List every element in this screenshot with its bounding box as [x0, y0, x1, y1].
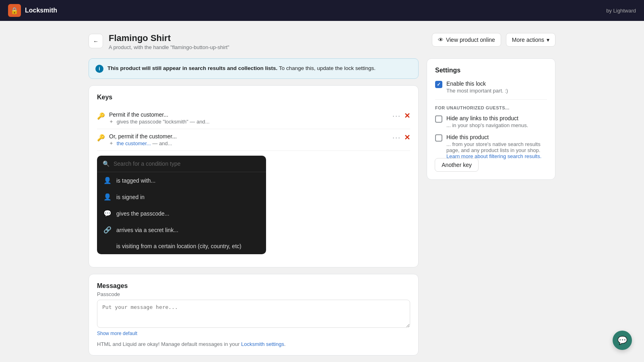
dropdown-item[interactable]: 💬 gives the passcode... [97, 205, 266, 222]
key-sub-text: ✦ the customer... — and... [109, 140, 177, 146]
more-actions-button[interactable]: More actions ▾ [506, 33, 555, 47]
info-banner-text: This product will still appear in search… [107, 64, 376, 73]
key-row: 🔑 Permit if the customer... ✦ gives the … [97, 107, 410, 129]
page-header: ← Flamingo Shirt A product, with the han… [89, 33, 555, 50]
customer-icon: ✦ [109, 140, 114, 146]
messages-footer: HTML and Liquid are okay! Manage default… [97, 341, 410, 347]
info-banner: i This product will still appear in sear… [89, 58, 419, 79]
hide-links-row: Hide any links to this product ... in yo… [435, 115, 547, 128]
search-icon: 🔍 [103, 160, 109, 167]
enable-lock-label-block: Enable this lock The most important part… [446, 80, 508, 94]
dropdown-item[interactable]: 👤 is signed in [97, 189, 266, 205]
chevron-down-icon: ▾ [547, 37, 549, 43]
hide-links-checkbox[interactable] [435, 115, 442, 123]
hide-product-checkbox[interactable] [435, 134, 442, 142]
hide-product-desc: ... from your store's native search resu… [446, 141, 547, 159]
messages-card: Messages Passcode Show more default HTML… [89, 274, 419, 356]
dropdown-item[interactable]: 👤 is tagged with... [97, 172, 266, 189]
page-title: Flamingo Shirt [109, 33, 229, 43]
chat-icon: 💬 [617, 335, 627, 345]
link-icon: 🔗 [103, 226, 111, 234]
back-button[interactable]: ← [89, 34, 103, 48]
key-main-text: Permit if the customer... [109, 111, 210, 118]
condition-search-input[interactable] [114, 160, 260, 167]
key-sub-link[interactable]: the customer... [117, 140, 151, 146]
topbar-byline: by Lightward [606, 8, 636, 14]
topbar: 🔒 Locksmith by Lightward [0, 0, 644, 21]
key-left: 🔑 Or, permit if the customer... ✦ the cu… [97, 133, 177, 146]
enable-lock-desc: The most important part. :) [446, 88, 508, 94]
key-actions: ··· ✕ [392, 111, 410, 120]
page-header-left: ← Flamingo Shirt A product, with the han… [89, 33, 229, 50]
main-content: ← Flamingo Shirt A product, with the han… [80, 21, 564, 362]
left-column: i This product will still appear in sear… [89, 58, 419, 362]
dropdown-item[interactable]: 🔗 arrives via a secret link... [97, 222, 266, 238]
key-main-text: Or, permit if the customer... [109, 133, 177, 140]
key-sub-text: ✦ gives the passcode "locksmith" — and..… [109, 119, 210, 125]
signedin-icon: 👤 [103, 193, 111, 201]
hide-product-row: Hide this product ... from your store's … [435, 134, 547, 159]
enable-lock-checkbox[interactable]: ✓ [435, 81, 442, 88]
keys-section-title: Keys [97, 94, 410, 101]
location-icon [103, 243, 111, 250]
key-delete-button[interactable]: ✕ [404, 133, 410, 142]
enable-lock-row: ✓ Enable this lock The most important pa… [435, 80, 547, 94]
topbar-left: 🔒 Locksmith [8, 4, 57, 17]
hide-links-label-block: Hide any links to this product ... in yo… [446, 115, 528, 128]
app-icon: 🔒 [8, 4, 21, 17]
section-divider [435, 99, 547, 100]
locksmith-settings-link[interactable]: Locksmith settings [241, 341, 284, 347]
key-actions: ··· ✕ [392, 133, 410, 142]
view-online-button[interactable]: 👁 View product online [432, 33, 501, 47]
search-dropdown: 🔍 👤 is tagged with... 👤 is signed in [97, 156, 266, 254]
hide-product-label: Hide this product [446, 134, 547, 140]
search-input-row: 🔍 [97, 156, 266, 172]
search-dropdown-wrapper: 🔍 👤 is tagged with... 👤 is signed in [97, 156, 410, 254]
two-col-layout: i This product will still appear in sear… [89, 58, 555, 362]
dropdown-item[interactable]: is visiting from a certain location (cit… [97, 238, 266, 254]
passcode-message-input[interactable] [97, 300, 410, 328]
passcode-label: Passcode [97, 291, 410, 297]
hide-product-label-block: Hide this product ... from your store's … [446, 134, 547, 159]
key-options-button[interactable]: ··· [392, 134, 401, 142]
key-delete-button[interactable]: ✕ [404, 111, 410, 120]
page-header-right: 👁 View product online More actions ▾ [432, 33, 555, 47]
passcode-icon: ✦ [109, 119, 114, 125]
settings-title: Settings [435, 67, 547, 74]
another-key-button[interactable]: Another key [435, 158, 479, 172]
key-left: 🔑 Permit if the customer... ✦ gives the … [97, 111, 210, 125]
tagged-icon: 👤 [103, 177, 111, 184]
keys-card: Keys 🔑 Permit if the customer... ✦ gives… [89, 85, 419, 267]
chat-bubble[interactable]: 💬 [613, 331, 632, 350]
page-title-block: Flamingo Shirt A product, with the handl… [109, 33, 229, 50]
key-icon: 🔑 [97, 134, 105, 142]
enable-lock-label: Enable this lock [446, 80, 508, 87]
key-info: Or, permit if the customer... ✦ the cust… [109, 133, 177, 146]
key-row: 🔑 Or, permit if the customer... ✦ the cu… [97, 129, 410, 151]
page-subtitle: A product, with the handle "flamingo-but… [109, 44, 229, 50]
hide-links-label: Hide any links to this product [446, 115, 528, 121]
key-info: Permit if the customer... ✦ gives the pa… [109, 111, 210, 125]
key-options-button[interactable]: ··· [392, 112, 401, 120]
for-unauthorized-label: FOR UNAUTHORIZED GUESTS... [435, 105, 547, 110]
eye-icon: 👁 [438, 37, 444, 43]
show-more-default-label[interactable]: Show more default [97, 331, 410, 336]
info-icon: i [95, 65, 103, 73]
app-title: Locksmith [25, 7, 57, 14]
checkmark-icon: ✓ [437, 82, 441, 87]
key-icon: 🔑 [97, 112, 105, 120]
messages-title: Messages [97, 282, 410, 290]
hide-links-desc: ... in your shop's navigation menus. [446, 122, 528, 128]
passcode-icon: 💬 [103, 210, 111, 217]
